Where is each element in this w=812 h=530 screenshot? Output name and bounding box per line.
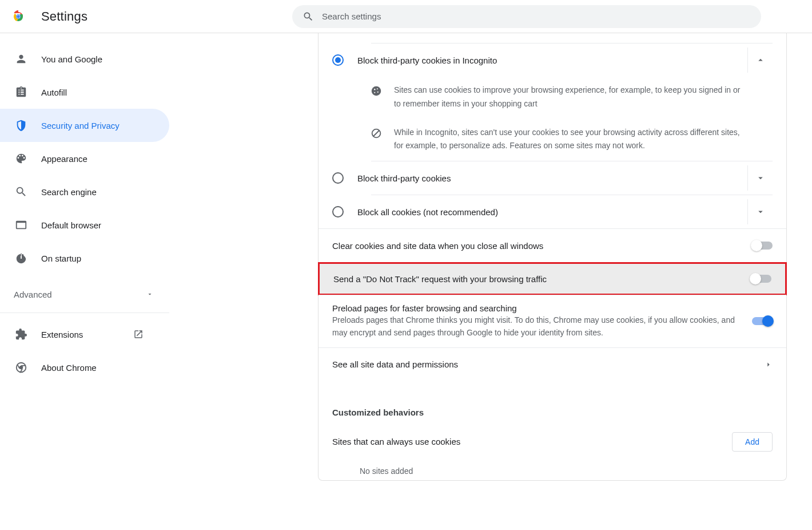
chrome-gray-icon xyxy=(15,361,27,374)
svg-point-10 xyxy=(374,92,375,93)
browser-icon xyxy=(15,219,27,231)
clipboard-icon xyxy=(15,86,27,98)
chevron-up-icon xyxy=(755,55,766,65)
settings-panel: Block third-party cookies in Incognito S… xyxy=(318,33,787,481)
description-row: While in Incognito, sites can't use your… xyxy=(319,119,786,161)
advanced-label: Advanced xyxy=(14,290,52,299)
sidebar-item-label: Autofill xyxy=(41,88,67,97)
sidebar-item-label: Appearance xyxy=(41,154,87,164)
chrome-icon xyxy=(11,10,25,23)
row-label: Sites that can always use cookies xyxy=(332,437,732,446)
sidebar-advanced[interactable]: Advanced xyxy=(0,278,169,310)
link-label: See all site data and permissions xyxy=(332,359,765,369)
sidebar-about-chrome[interactable]: About Chrome xyxy=(0,351,169,384)
sidebar-item-security[interactable]: Security and Privacy xyxy=(0,109,169,142)
expand-button[interactable] xyxy=(747,199,773,224)
collapse-button[interactable] xyxy=(747,48,773,73)
description-text: Sites can use cookies to improve your br… xyxy=(394,84,746,111)
radio-block-third-party[interactable] xyxy=(332,172,344,184)
svg-point-9 xyxy=(377,92,379,93)
svg-point-3 xyxy=(17,15,20,18)
sidebar-item-search-engine[interactable]: Search engine xyxy=(0,175,169,208)
palette-icon xyxy=(15,152,27,165)
sidebar-item-label: You and Google xyxy=(41,54,102,64)
launch-icon xyxy=(133,329,144,339)
radio-block-all[interactable] xyxy=(332,206,344,217)
svg-point-5 xyxy=(19,366,23,369)
svg-point-7 xyxy=(374,89,375,90)
section-header: Customized behaviors xyxy=(319,381,786,423)
power-icon xyxy=(15,252,27,264)
sidebar-item-on-startup[interactable]: On startup xyxy=(0,242,169,275)
toggle-preload[interactable] xyxy=(752,317,773,325)
sidebar: You and Google Autofill Security and Pri… xyxy=(0,33,169,481)
sidebar-item-label: Default browser xyxy=(41,220,101,230)
sidebar-item-label: On startup xyxy=(41,254,81,263)
radio-label: Block all cookies (not recommended) xyxy=(357,207,743,217)
svg-line-12 xyxy=(373,130,380,136)
toggle-sub: Preloads pages that Chrome thinks you mi… xyxy=(332,314,741,339)
svg-point-8 xyxy=(377,88,378,89)
link-all-site-data[interactable]: See all site data and permissions xyxy=(319,348,786,381)
toggle-row-do-not-track[interactable]: Send a "Do Not Track" request with your … xyxy=(318,262,787,295)
radio-block-incognito[interactable] xyxy=(332,54,344,66)
extensions-label: Extensions xyxy=(41,330,83,339)
page-title: Settings xyxy=(41,9,87,24)
sidebar-item-you-and-google[interactable]: You and Google xyxy=(0,42,169,76)
svg-point-6 xyxy=(372,86,381,96)
search-bar[interactable] xyxy=(292,5,761,28)
description-row: Sites can use cookies to improve your br… xyxy=(319,77,786,119)
shield-icon xyxy=(15,119,27,132)
sidebar-item-autofill[interactable]: Autofill xyxy=(0,76,169,109)
puzzle-icon xyxy=(15,328,27,341)
toggle-label: Send a "Do Not Track" request with your … xyxy=(333,274,739,284)
description-text: While in Incognito, sites can't use your… xyxy=(394,126,746,153)
sidebar-item-label: Search engine xyxy=(41,187,97,197)
sidebar-extensions[interactable]: Extensions xyxy=(0,318,169,351)
about-label: About Chrome xyxy=(41,363,97,373)
caret-down-icon xyxy=(146,291,153,298)
empty-state: No sites added xyxy=(319,456,786,480)
sidebar-item-appearance[interactable]: Appearance xyxy=(0,142,169,175)
radio-label: Block third-party cookies xyxy=(357,173,743,183)
search-input[interactable] xyxy=(322,11,751,21)
row-always-cookies: Sites that can always use cookies Add xyxy=(319,423,786,456)
search-icon xyxy=(15,185,27,198)
toggle-clear-cookies[interactable] xyxy=(752,242,773,250)
toggle-label: Clear cookies and site data when you clo… xyxy=(332,241,741,251)
person-icon xyxy=(15,53,27,65)
divider xyxy=(0,313,169,313)
toggle-row-clear-cookies: Clear cookies and site data when you clo… xyxy=(319,229,786,262)
toggle-do-not-track[interactable] xyxy=(751,275,771,283)
chevron-down-icon xyxy=(755,173,766,183)
add-button[interactable]: Add xyxy=(732,432,773,452)
cookie-icon xyxy=(370,85,383,111)
sidebar-item-label: Security and Privacy xyxy=(41,121,120,130)
sidebar-item-default-browser[interactable]: Default browser xyxy=(0,208,169,242)
chevron-down-icon xyxy=(755,207,766,217)
expand-button[interactable] xyxy=(747,165,773,191)
block-icon xyxy=(370,127,383,153)
search-icon xyxy=(302,11,314,22)
toggle-row-preload: Preload pages for faster browsing and se… xyxy=(319,295,786,347)
caret-right-icon xyxy=(765,361,773,369)
toggle-label: Preload pages for faster browsing and se… xyxy=(332,303,741,313)
radio-label: Block third-party cookies in Incognito xyxy=(357,56,743,65)
